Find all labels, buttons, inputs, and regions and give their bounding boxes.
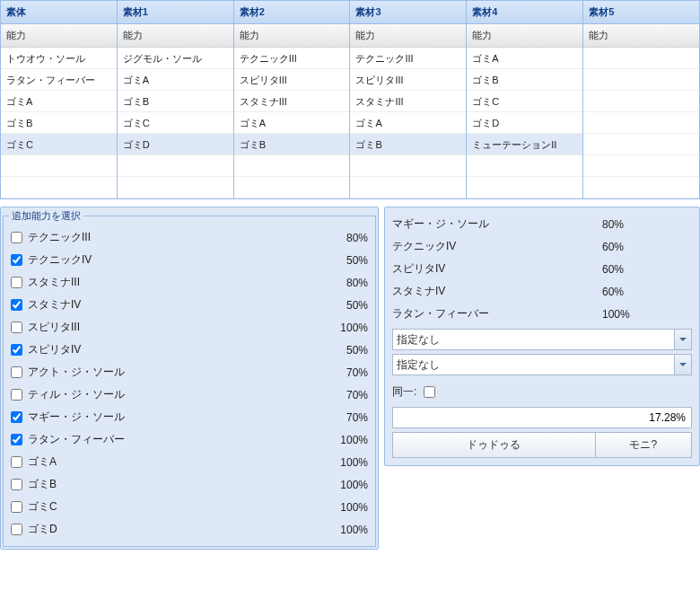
grid-subheader[interactable]: 能力 [234,24,350,48]
grid-cell[interactable]: ゴミA [467,48,582,69]
ability-row: ゴミD100% [9,518,370,541]
grid-cell[interactable] [583,112,699,134]
summary-row: テクニックIV60% [392,235,692,258]
grid-cell[interactable]: ゴミA [1,91,117,112]
ability-checkbox[interactable] [11,254,22,266]
ability-checkbox[interactable] [11,344,22,356]
grid-cell[interactable]: テクニックIII [234,48,350,69]
ability-name: ラタン・フィーバー [28,432,318,447]
grid-cell[interactable] [234,177,350,198]
grid-subheader[interactable]: 能力 [118,24,233,48]
ability-checkbox[interactable] [11,434,22,445]
grid-cell[interactable] [234,155,350,177]
ability-name: ゴミC [28,499,318,515]
ability-row: ゴミB100% [9,473,370,496]
ability-checkbox[interactable] [11,277,22,288]
grid-cell[interactable] [583,48,699,69]
extra-select-1[interactable]: 指定なし [392,329,692,350]
grid-header[interactable]: 素材5 [583,1,699,24]
grid-cell[interactable]: ゴミA [118,69,233,91]
summary-percent: 60% [584,286,692,298]
grid-cell[interactable]: スピリタIII [234,69,350,91]
extra-select-2[interactable]: 指定なし [392,354,692,375]
grid-cell[interactable] [1,177,117,198]
grid-header[interactable]: 素材2 [234,1,350,24]
summary-row: スタミナIV60% [392,280,692,303]
grid-cell[interactable] [350,155,466,177]
ability-name: スタミナIII [28,275,318,290]
grid-column-1: 素材1能力ジグモル・ソールゴミAゴミBゴミCゴミD [118,1,234,198]
grid-cell[interactable]: ゴミA [234,112,350,134]
grid-cell[interactable] [583,69,699,91]
ability-checkbox[interactable] [11,366,22,378]
grid-column-0: 素体能力トウオウ・ソールラタン・フィーバーゴミAゴミBゴミC [1,1,118,198]
grid-cell[interactable]: トウオウ・ソール [1,48,117,69]
moni-button[interactable]: モニ? [595,432,692,458]
ability-percent: 100% [318,524,368,536]
ability-percent: 70% [318,389,368,401]
grid-cell[interactable]: ゴミB [118,91,233,112]
grid-cell[interactable]: ゴミD [467,112,582,134]
dudu-button[interactable]: ドゥドゥる [392,432,595,458]
grid-subheader[interactable]: 能力 [467,24,582,48]
grid-cell[interactable]: ゴミB [1,112,117,134]
grid-cell[interactable]: ゴミB [467,69,582,91]
grid-cell[interactable]: スタミナIII [350,91,466,112]
grid-header[interactable]: 素材3 [350,1,466,24]
ability-checkbox[interactable] [11,299,22,311]
ability-checkbox[interactable] [11,524,22,535]
grid-cell[interactable]: ラタン・フィーバー [1,69,117,91]
grid-cell[interactable] [1,155,117,177]
ability-checkbox[interactable] [11,232,22,243]
ability-checkbox[interactable] [11,322,22,333]
grid-cell[interactable]: テクニックIII [350,48,466,69]
ability-percent: 100% [318,322,368,334]
summary-name: マギー・ジ・ソール [392,216,584,232]
grid-cell[interactable] [118,177,233,198]
grid-cell[interactable] [467,177,582,198]
grid-cell[interactable]: ゴミD [118,134,233,155]
ability-checkbox[interactable] [11,389,22,401]
ability-percent: 100% [318,456,368,469]
ability-checkbox[interactable] [11,479,22,490]
ability-name: マギー・ジ・ソール [28,410,318,425]
grid-cell[interactable]: ゴミC [467,91,582,112]
grid-cell[interactable]: ゴミA [350,112,466,134]
grid-cell[interactable]: ゴミB [234,134,350,155]
grid-cell[interactable] [583,155,699,177]
summary-percent: 60% [584,263,692,276]
ability-percent: 100% [318,434,368,446]
ability-checkbox[interactable] [11,501,22,513]
grid-cell[interactable]: ゴミC [1,134,117,155]
grid-cell[interactable] [118,155,233,177]
grid-cell[interactable]: スタミナIII [234,91,350,112]
same-checkbox[interactable] [424,386,435,398]
grid-header[interactable]: 素体 [1,1,117,24]
ability-checkbox[interactable] [11,411,22,423]
ability-checkbox[interactable] [11,456,22,468]
summary-name: スピリタIV [392,261,584,277]
grid-cell[interactable]: ゴミB [350,134,466,155]
grid-subheader[interactable]: 能力 [350,24,466,48]
grid-subheader[interactable]: 能力 [1,24,117,48]
grid-column-5: 素材5能力 [583,1,699,198]
summary-name: テクニックIV [392,239,584,254]
ability-name: テクニックIII [28,230,318,245]
grid-subheader[interactable]: 能力 [583,24,699,48]
grid-cell[interactable] [467,155,582,177]
grid-header[interactable]: 素材1 [118,1,233,24]
grid-cell[interactable] [583,91,699,112]
grid-cell[interactable] [583,177,699,198]
ability-row: ティル・ジ・ソール70% [9,383,370,406]
same-label: 同一: [392,384,416,400]
grid-cell[interactable]: ジグモル・ソール [118,48,233,69]
grid-cell[interactable] [350,177,466,198]
grid-cell[interactable]: ゴミC [118,112,233,134]
extra-select-1-wrap: 指定なし [392,329,692,350]
grid-header[interactable]: 素材4 [467,1,582,24]
ability-row: スピリタIV50% [9,339,370,361]
grid-cell[interactable]: スピリタIII [350,69,466,91]
ability-name: ゴミA [28,454,318,470]
grid-cell[interactable]: ミューテーションII [467,134,582,155]
grid-cell[interactable] [583,134,699,155]
